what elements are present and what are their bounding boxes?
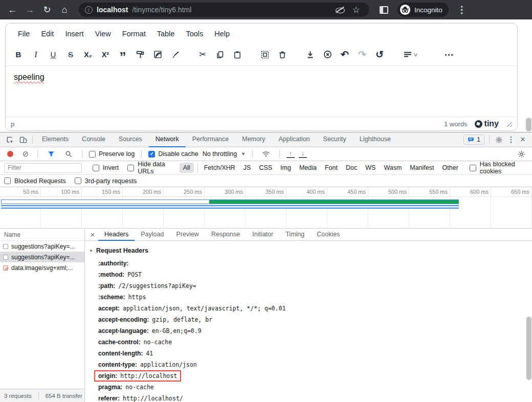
request-headers-section[interactable]: ▼ Request Headers — [89, 245, 532, 256]
devtools-tab[interactable]: Console — [75, 132, 112, 147]
editor-menu-item[interactable]: File — [13, 27, 35, 41]
detail-tab[interactable]: Preview — [170, 229, 205, 241]
devtools-tab[interactable]: Performance — [186, 132, 236, 147]
devtools-tab[interactable]: Application — [272, 132, 316, 147]
copy-button[interactable] — [212, 47, 228, 62]
import-har-icon[interactable]: ↑ — [286, 150, 295, 158]
editor-menu-item[interactable]: Format — [117, 27, 151, 41]
header-line[interactable]: :authority: — [97, 258, 532, 269]
header-line[interactable]: :method: POST — [97, 269, 532, 280]
blockquote-button[interactable]: ” — [115, 47, 130, 62]
detail-tab[interactable]: Timing — [279, 229, 311, 241]
redo-button[interactable]: ↷ — [354, 47, 370, 62]
browser-menu-kebab-icon[interactable]: ⋮ — [455, 3, 469, 17]
paste-button[interactable] — [230, 47, 245, 62]
embed-frame-icon[interactable] — [150, 47, 165, 62]
devtools-tab[interactable]: Network — [149, 132, 186, 147]
resource-type-filter[interactable]: All — [180, 163, 194, 173]
side-panel-icon[interactable] — [380, 6, 388, 14]
editor-menu-item[interactable]: Edit — [36, 27, 59, 41]
hide-data-urls-checkbox[interactable] — [127, 165, 134, 171]
editor-text[interactable]: speeling — [14, 73, 45, 81]
detail-tab[interactable]: Payload — [135, 229, 170, 241]
cut-button[interactable]: ✂ — [195, 47, 210, 62]
eye-off-icon[interactable] — [335, 5, 345, 14]
address-bar[interactable]: i localhost/tinymce/tiny6.html ☆ — [79, 3, 369, 17]
strikethrough-button[interactable]: S — [63, 47, 78, 62]
detail-tab[interactable]: Initiator — [246, 229, 279, 241]
request-row[interactable]: suggestions?apiKey=... — [0, 241, 84, 252]
undo-button[interactable]: ↶ — [337, 47, 352, 62]
header-line[interactable]: accept-encoding: gzip, deflate, br — [97, 314, 532, 325]
header-line[interactable]: cache-control: no-cache — [97, 337, 532, 348]
bold-button[interactable]: B — [11, 47, 26, 62]
detail-tab[interactable]: Cookies — [311, 229, 346, 241]
has-blocked-cookies-checkbox[interactable] — [470, 165, 476, 171]
underline-button[interactable]: U — [46, 47, 61, 62]
devtools-tab[interactable]: Memory — [235, 132, 272, 147]
name-column-header[interactable]: Name — [0, 229, 84, 241]
select-all-icon[interactable] — [257, 47, 273, 62]
devtools-close-icon[interactable]: × — [517, 135, 529, 145]
superscript-button[interactable]: X² — [98, 47, 113, 62]
clear-network-log-icon[interactable]: ⊘ — [20, 149, 31, 159]
request-row[interactable]: suggestions?apiKey=... — [0, 252, 84, 262]
resource-type-filter[interactable]: Font — [321, 163, 341, 173]
export-har-icon[interactable]: ↓ — [299, 150, 307, 158]
home-icon[interactable]: ⌂ — [57, 3, 72, 17]
subscript-button[interactable]: X₂ — [80, 47, 96, 62]
request-row[interactable]: data:image/svg+xml;... — [0, 262, 84, 273]
header-line[interactable]: content-length: 41 — [97, 348, 532, 359]
editor-menu-item[interactable]: Table — [152, 27, 180, 41]
record-button[interactable] — [7, 151, 13, 157]
detail-scrollbar-thumb[interactable] — [526, 317, 531, 380]
network-settings-gear-icon[interactable] — [515, 147, 528, 161]
device-toolbar-icon[interactable] — [16, 133, 30, 146]
resource-type-filter[interactable]: WS — [362, 163, 379, 173]
devtools-tab[interactable]: Security — [317, 132, 353, 147]
resource-type-filter[interactable]: Doc — [342, 163, 361, 173]
delete-trash-icon[interactable] — [275, 47, 290, 62]
preserve-log-label[interactable]: Preserve log — [99, 150, 135, 158]
devtools-tab[interactable]: Lighthouse — [353, 132, 397, 147]
format-painter-icon[interactable] — [132, 47, 148, 62]
has-blocked-cookies-label[interactable]: Has blocked cookies — [480, 161, 528, 175]
preserve-log-checkbox[interactable] — [89, 151, 96, 158]
blocked-requests-checkbox[interactable] — [4, 177, 11, 184]
invert-label[interactable]: Invert — [103, 164, 119, 171]
header-line[interactable]: accept: application/json, text/javascrip… — [97, 303, 532, 314]
header-line[interactable]: :scheme: https — [97, 292, 532, 303]
resource-type-filter[interactable]: Img — [277, 163, 295, 173]
headers-panel[interactable]: ▼ Request Headers :authority: — [85, 241, 532, 402]
editor-menu-item[interactable]: Help — [209, 27, 235, 41]
settings-gear-icon[interactable] — [492, 133, 505, 146]
save-download-icon[interactable] — [302, 47, 318, 62]
header-line[interactable]: content-type: application/json — [97, 359, 532, 370]
blocked-requests-label[interactable]: Blocked Requests — [14, 177, 66, 185]
resource-type-filter[interactable]: Other — [439, 163, 462, 173]
hide-data-urls-label[interactable]: Hide data URLs — [138, 161, 174, 175]
editor-menu-item[interactable]: Tools — [181, 27, 208, 41]
third-party-checkbox[interactable] — [75, 177, 81, 184]
header-line[interactable]: pragma: no-cache — [97, 382, 532, 393]
disable-cache-label[interactable]: Disable cache — [158, 150, 198, 158]
more-options-button[interactable]: ⋯ — [441, 47, 457, 62]
cancel-icon[interactable] — [320, 47, 335, 62]
editor-content-area[interactable]: speeling — [6, 66, 517, 117]
inspect-element-icon[interactable] — [3, 133, 16, 146]
page-scrollbar-thumb[interactable] — [526, 118, 531, 131]
detail-tab[interactable]: Headers — [98, 229, 135, 241]
resource-type-filter[interactable]: Fetch/XHR — [197, 163, 239, 173]
invert-checkbox[interactable] — [93, 165, 99, 171]
reload-icon[interactable]: ↻ — [40, 3, 54, 17]
forward-icon[interactable]: → — [23, 3, 37, 17]
resource-type-filter[interactable]: Media — [296, 163, 320, 173]
header-line[interactable]: origin: http://localhost — [97, 370, 532, 382]
detail-tab[interactable]: Response — [205, 229, 246, 241]
italic-button[interactable]: I — [28, 47, 43, 62]
resource-type-filter[interactable]: Manifest — [406, 163, 437, 173]
network-conditions-icon[interactable] — [259, 147, 273, 161]
resize-handle-icon[interactable] — [506, 121, 512, 127]
restore-draft-icon[interactable]: ↺ — [372, 47, 387, 62]
permanent-pen-icon[interactable] — [167, 47, 183, 62]
